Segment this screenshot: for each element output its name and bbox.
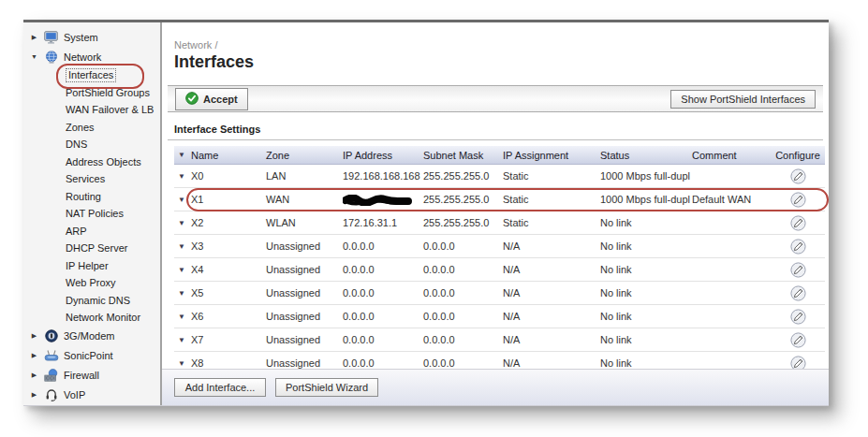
ip-assignment-cell: Static (501, 194, 598, 205)
row-expand-icon[interactable]: ▼ (174, 242, 189, 251)
sidebar-item-network-monitor[interactable]: Network Monitor (23, 309, 160, 327)
row-expand-icon[interactable]: ▼ (174, 289, 189, 298)
sidebar-item-3g-modem[interactable]: ▶3G/Modem (23, 327, 160, 346)
portshield-wizard-button[interactable]: PortShield Wizard (275, 378, 378, 397)
footer-bar: Add Interface...PortShield Wizard (162, 369, 829, 405)
subnet-mask-cell: 255.255.255.0 (421, 170, 501, 182)
sidebar-item-portshield-groups[interactable]: PortShield Groups (23, 84, 160, 102)
zone-cell: Unassigned (264, 311, 341, 322)
configure-pencil-button[interactable] (790, 332, 806, 348)
access-point-icon (43, 350, 59, 362)
ip-address-cell: 0.0.0.0 (341, 287, 421, 299)
sidebar-item-label: 3G/Modem (64, 330, 114, 342)
status-cell: No link (598, 240, 690, 252)
chevron-right-icon[interactable]: ▶ (30, 332, 38, 340)
comment-cell: Default WAN (690, 194, 773, 205)
configure-cell (773, 332, 822, 348)
sidebar-item-firewall[interactable]: ▶Firewall (23, 366, 160, 386)
sidebar-item-dns[interactable]: DNS (23, 136, 160, 153)
expand-all-icon[interactable]: ▼ (174, 151, 189, 159)
sidebar-item-dynamic-dns[interactable]: Dynamic DNS (23, 292, 160, 310)
chevron-right-icon[interactable]: ▶ (30, 391, 38, 399)
configure-pencil-button[interactable] (790, 262, 806, 278)
interface-name: X8 (189, 357, 264, 369)
configure-cell (773, 309, 822, 325)
configure-pencil-button[interactable] (790, 285, 806, 301)
sidebar-item-routing[interactable]: Routing (23, 188, 160, 206)
add-interface-button[interactable]: Add Interface... (174, 378, 266, 397)
row-expand-icon[interactable]: ▼ (174, 313, 189, 321)
chevron-down-icon[interactable]: ▼ (30, 53, 38, 60)
row-expand-icon[interactable]: ▼ (174, 359, 189, 368)
sidebar-item-nat-policies[interactable]: NAT Policies (23, 205, 160, 223)
configure-pencil-button[interactable] (790, 192, 806, 208)
status-cell: No link (598, 264, 690, 275)
column-header-status: Status (598, 150, 690, 161)
row-expand-icon[interactable]: ▼ (174, 336, 189, 344)
configure-pencil-button[interactable] (790, 168, 806, 184)
zone-cell: Unassigned (264, 240, 341, 252)
column-header-subnet-mask: Subnet Mask (421, 150, 501, 161)
subnet-mask-cell: 0.0.0.0 (421, 240, 501, 252)
interface-name: X7 (189, 334, 264, 345)
modem-icon (43, 329, 59, 342)
sidebar-item-dhcp-server[interactable]: DHCP Server (23, 240, 160, 257)
sidebar-item-arp[interactable]: ARP (23, 223, 160, 240)
zone-cell: WAN (264, 194, 341, 205)
subnet-mask-cell: 0.0.0.0 (421, 311, 501, 322)
ip-assignment-cell: N/A (501, 334, 598, 345)
ip-address-cell: 172.16.31.1 (341, 217, 421, 228)
chevron-right-icon[interactable]: ▶ (30, 371, 38, 379)
interface-row-x0: ▼X0LAN192.168.168.168255.255.255.0Static… (174, 165, 825, 188)
zone-cell: Unassigned (264, 334, 341, 345)
sidebar-item-network[interactable]: ▼Network (23, 47, 160, 66)
ip-address-cell: 0.0.0.0 (341, 264, 421, 275)
sidebar-item-services[interactable]: Services (23, 170, 160, 188)
page-title: Interfaces (174, 52, 817, 72)
status-cell: No link (598, 311, 690, 322)
interface-row-x2: ▼X2WLAN172.16.31.1255.255.255.0StaticNo … (174, 211, 825, 235)
configure-pencil-button[interactable] (790, 309, 806, 325)
sidebar-item-interfaces[interactable]: Interfaces (23, 66, 160, 84)
configure-pencil-button[interactable] (790, 239, 806, 255)
monitor-icon (43, 31, 59, 44)
chevron-right-icon[interactable]: ▶ (30, 352, 38, 359)
globe-icon (43, 51, 59, 64)
table-header-row: ▼NameZoneIP AddressSubnet MaskIP Assignm… (174, 146, 825, 165)
interface-row-x1: ▼X1WAN255.255.255.0Static1000 Mbps full-… (174, 188, 825, 211)
show-portshield-interfaces-button[interactable]: Show PortShield Interfaces (670, 90, 816, 109)
status-cell: 1000 Mbps full-duplex (598, 194, 690, 205)
column-header-name: Name (189, 150, 264, 161)
interface-name: X0 (189, 170, 264, 182)
sidebar-item-zones[interactable]: Zones (23, 119, 160, 137)
row-expand-icon[interactable]: ▼ (174, 266, 189, 274)
row-expand-icon[interactable]: ▼ (174, 172, 189, 181)
sidebar-item-voip[interactable]: ▶VoIP (23, 386, 160, 405)
accept-check-icon (185, 92, 199, 107)
sidebar-item-address-objects[interactable]: Address Objects (23, 153, 160, 171)
sidebar-item-label: VoIP (64, 389, 85, 401)
toolbar: Accept Show PortShield Interfaces (168, 85, 823, 112)
column-header-ip-assignment: IP Assignment (501, 150, 598, 161)
ip-redaction-scribble (343, 195, 414, 206)
sidebar-item-system[interactable]: ▶System (23, 27, 160, 47)
row-expand-icon[interactable]: ▼ (174, 219, 189, 227)
sidebar-item-sonicpoint[interactable]: ▶SonicPoint (23, 346, 160, 366)
configure-pencil-button[interactable] (790, 215, 806, 231)
sidebar-item-ip-helper[interactable]: IP Helper (23, 257, 160, 275)
breadcrumb[interactable]: Network / (174, 39, 817, 51)
interface-table: ▼NameZoneIP AddressSubnet MaskIP Assignm… (174, 146, 825, 375)
sidebar-item-web-proxy[interactable]: Web Proxy (23, 274, 160, 292)
accept-button[interactable]: Accept (175, 88, 248, 110)
status-cell: No link (598, 287, 690, 299)
status-cell: 1000 Mbps full-duplex (598, 170, 690, 182)
subnet-mask-cell: 0.0.0.0 (421, 357, 501, 369)
sidebar-nav: ▶System▼NetworkInterfacesPortShield Grou… (23, 22, 162, 405)
configure-cell (773, 192, 822, 208)
subnet-mask-cell: 0.0.0.0 (421, 264, 501, 275)
row-expand-icon[interactable]: ▼ (174, 196, 189, 204)
interface-row-x7: ▼X7Unassigned0.0.0.00.0.0.0N/ANo link (174, 328, 825, 352)
sidebar-item-wan-failover-lb[interactable]: WAN Failover & LB (23, 101, 160, 119)
chevron-right-icon[interactable]: ▶ (30, 34, 38, 41)
ip-address-cell: 192.168.168.168 (341, 170, 421, 182)
